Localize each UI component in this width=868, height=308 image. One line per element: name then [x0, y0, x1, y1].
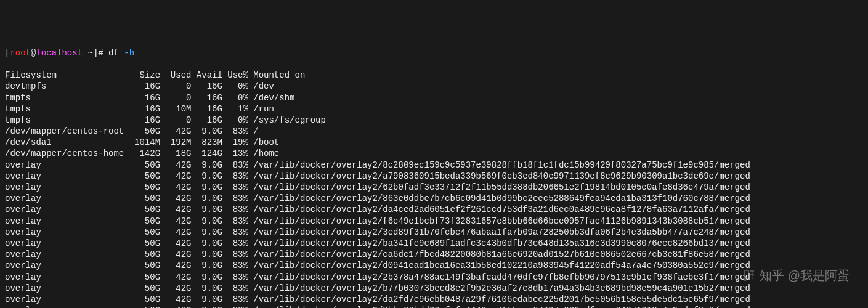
df-row: overlay 50G 42G 9.0G 83% /var/lib/docker…: [5, 171, 863, 182]
df-row: tmpfs 16G 10M 16G 1% /run: [5, 103, 863, 115]
df-row: overlay 50G 42G 9.0G 83% /var/lib/docker…: [5, 227, 863, 238]
df-row: overlay 50G 42G 9.0G 83% /var/lib/docker…: [5, 182, 863, 193]
prompt-user: root: [10, 48, 31, 58]
df-output-table: Filesystem Size Used Avail Use% Mounted …: [5, 70, 863, 308]
df-row: /dev/sda1 1014M 192M 823M 19% /boot: [5, 137, 863, 148]
df-row: overlay 50G 42G 9.0G 83% /var/lib/docker…: [5, 204, 863, 215]
df-header-row: Filesystem Size Used Avail Use% Mounted …: [5, 70, 863, 81]
prompt-close-bracket: ]#: [93, 48, 103, 58]
df-row: /dev/mapper/centos-root 50G 42G 9.0G 83%…: [5, 126, 863, 137]
command-flag[interactable]: -h: [124, 48, 134, 58]
df-row: overlay 50G 42G 9.0G 83% /var/lib/docker…: [5, 305, 863, 308]
watermark-overlay: 知乎 @我是阿蛋: [741, 267, 850, 283]
df-row: tmpfs 16G 0 16G 0% /sys/fs/cgroup: [5, 115, 863, 126]
df-row: devtmpfs 16G 0 16G 0% /dev: [5, 81, 863, 92]
df-row: overlay 50G 42G 9.0G 83% /var/lib/docker…: [5, 249, 863, 260]
df-row: overlay 50G 42G 9.0G 83% /var/lib/docker…: [5, 272, 863, 283]
df-row: overlay 50G 42G 9.0G 83% /var/lib/docker…: [5, 238, 863, 249]
df-row: overlay 50G 42G 9.0G 83% /var/lib/docker…: [5, 283, 863, 294]
df-row: /dev/mapper/centos-home 142G 18G 124G 13…: [5, 148, 863, 159]
watermark-text: 知乎 @我是阿蛋: [760, 267, 850, 283]
df-row: overlay 50G 42G 9.0G 83% /var/lib/docker…: [5, 193, 863, 204]
shell-prompt-line: [root@localhost ~]# df -h: [5, 47, 863, 59]
prompt-cwd: ~: [87, 48, 92, 58]
zhihu-icon: [741, 268, 756, 283]
df-row: overlay 50G 42G 9.0G 83% /var/lib/docker…: [5, 216, 863, 227]
command-text[interactable]: df: [103, 48, 124, 58]
df-row: tmpfs 16G 0 16G 0% /dev/shm: [5, 92, 863, 103]
df-row: overlay 50G 42G 9.0G 83% /var/lib/docker…: [5, 260, 863, 271]
df-row: overlay 50G 42G 9.0G 83% /var/lib/docker…: [5, 294, 863, 305]
df-row: overlay 50G 42G 9.0G 83% /var/lib/docker…: [5, 160, 863, 171]
prompt-host: localhost: [36, 48, 83, 58]
